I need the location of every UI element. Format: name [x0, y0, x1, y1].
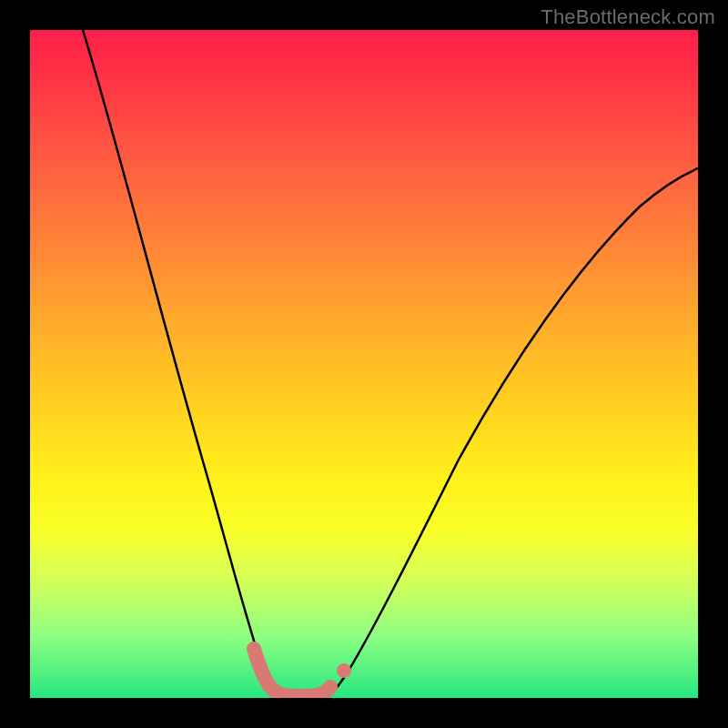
plot-area	[30, 30, 698, 698]
main-curve	[83, 30, 698, 696]
outer-frame: TheBottleneck.com	[0, 0, 728, 728]
curve-layer	[30, 30, 698, 698]
valley-highlight	[254, 649, 330, 696]
watermark-text: TheBottleneck.com	[541, 5, 715, 29]
valley-dot	[337, 663, 351, 678]
